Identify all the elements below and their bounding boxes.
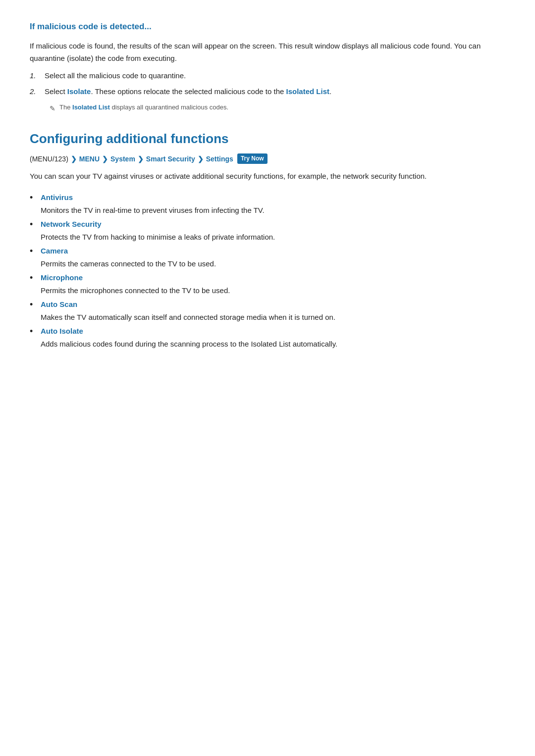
step-2: 2. Select Isolate. These options relocat… (30, 86, 505, 98)
list-item: •CameraPermits the cameras connected to … (30, 245, 505, 270)
breadcrumb-sep2: ❯ (102, 153, 108, 164)
features-list: •AntivirusMonitors the TV in real-time t… (30, 192, 505, 350)
bullet-icon: • (30, 245, 41, 258)
breadcrumb-smart-security[interactable]: Smart Security (146, 153, 195, 164)
bullet-content: AntivirusMonitors the TV in real-time to… (41, 192, 505, 216)
bullet-content: Auto IsolateAdds malicious codes found d… (41, 325, 505, 350)
feature-desc: Monitors the TV in real-time to prevent … (41, 206, 265, 214)
isolated-list-link-step[interactable]: Isolated List (286, 87, 330, 96)
bullet-content: Network SecurityProtects the TV from hac… (41, 218, 505, 243)
breadcrumb-settings[interactable]: Settings (206, 153, 233, 164)
feature-desc: Makes the TV automatically scan itself a… (41, 313, 335, 321)
bullet-content: MicrophonePermits the microphones connec… (41, 272, 505, 297)
bullet-icon: • (30, 298, 41, 311)
feature-term[interactable]: Antivirus (41, 192, 505, 203)
feature-term[interactable]: Microphone (41, 272, 505, 284)
list-item: •Network SecurityProtects the TV from ha… (30, 218, 505, 243)
list-item: •Auto ScanMakes the TV automatically sca… (30, 299, 505, 323)
breadcrumb-menu123: (MENU/123) (30, 153, 68, 164)
feature-term[interactable]: Auto Scan (41, 299, 505, 310)
step-1-num: 1. (30, 70, 45, 82)
top-section: If malicious code is detected... If mali… (30, 20, 505, 114)
isolated-list-link-note[interactable]: Isolated List (72, 103, 110, 111)
bullet-icon: • (30, 218, 41, 231)
bullet-content: Auto ScanMakes the TV automatically scan… (41, 299, 505, 323)
list-item: •Auto IsolateAdds malicious codes found … (30, 325, 505, 350)
feature-desc: Protects the TV from hacking to minimise… (41, 233, 275, 241)
feature-desc: Permits the microphones connected to the… (41, 286, 230, 295)
breadcrumb-system[interactable]: System (110, 153, 135, 164)
note-text: The Isolated List displays all quarantin… (59, 102, 228, 113)
steps-list: 1. Select all the malicious code to quar… (30, 70, 505, 98)
step-1: 1. Select all the malicious code to quar… (30, 70, 505, 82)
breadcrumb-sep4: ❯ (198, 153, 204, 164)
feature-term[interactable]: Network Security (41, 218, 505, 230)
list-item: •AntivirusMonitors the TV in real-time t… (30, 192, 505, 216)
note-block: ✎ The Isolated List displays all quarant… (50, 102, 505, 114)
breadcrumb-menu[interactable]: MENU (79, 153, 100, 164)
feature-term[interactable]: Camera (41, 245, 505, 257)
feature-desc: Permits the cameras connected to the TV … (41, 259, 216, 268)
feature-term[interactable]: Auto Isolate (41, 325, 505, 337)
bullet-content: CameraPermits the cameras connected to t… (41, 245, 505, 270)
top-section-intro: If malicious code is found, the results … (30, 40, 505, 65)
list-item: •MicrophonePermits the microphones conne… (30, 272, 505, 297)
feature-desc: Adds malicious codes found during the sc… (41, 340, 337, 348)
breadcrumb-sep1: ❯ (71, 153, 77, 164)
step-2-num: 2. (30, 86, 45, 98)
step-1-text: Select all the malicious code to quarant… (45, 70, 186, 82)
breadcrumb-sep3: ❯ (138, 153, 144, 164)
config-section: Configuring additional functions (MENU/1… (30, 129, 505, 350)
step-2-content: Select Isolate. These options relocate t… (45, 86, 331, 98)
breadcrumb: (MENU/123) ❯ MENU ❯ System ❯ Smart Secur… (30, 153, 505, 164)
top-section-title: If malicious code is detected... (30, 20, 505, 33)
config-intro: You can scan your TV against viruses or … (30, 170, 505, 183)
isolate-link[interactable]: Isolate (67, 87, 91, 96)
bullet-icon: • (30, 191, 41, 204)
config-section-title: Configuring additional functions (30, 129, 505, 150)
bullet-icon: • (30, 271, 41, 285)
pencil-icon: ✎ (50, 103, 55, 114)
try-now-badge[interactable]: Try Now (237, 153, 268, 164)
bullet-icon: • (30, 325, 41, 338)
